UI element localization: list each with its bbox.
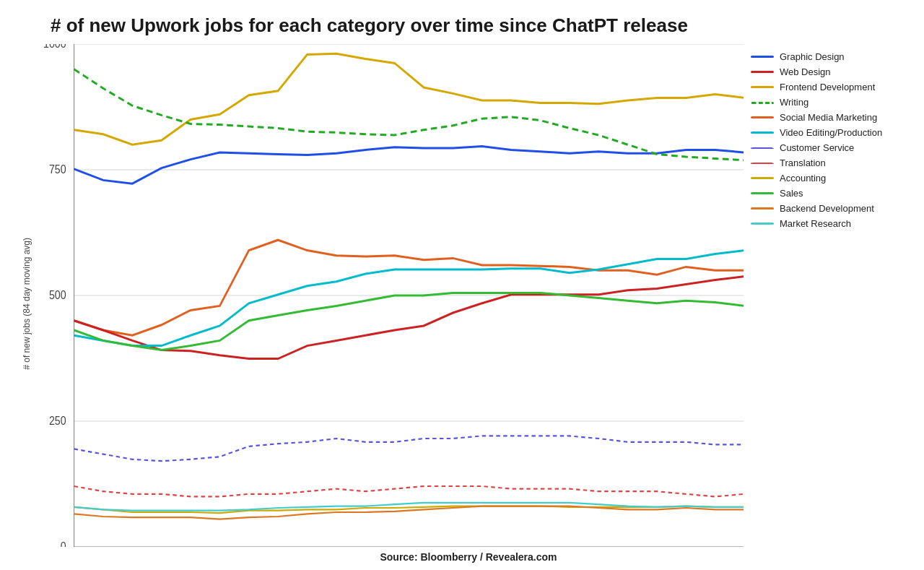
legend-item-graphic-design: Graphic Design <box>751 51 902 62</box>
legend-label: Accounting <box>780 173 826 183</box>
legend-item-social-media: Social Media Marketing <box>751 112 902 123</box>
legend-label: Translation <box>780 157 826 168</box>
legend-label: Graphic Design <box>780 51 845 62</box>
y-axis-label: # of new jobs (84 day moving avg) <box>22 238 32 370</box>
svg-text:0: 0 <box>61 540 66 547</box>
legend-item-translation: Translation <box>751 157 902 168</box>
chart-title: # of new Upwork jobs for each category o… <box>51 14 688 37</box>
chart-legend: Graphic Design Web Design Frontend Devel… <box>744 44 902 547</box>
svg-text:750: 750 <box>49 163 66 176</box>
legend-label: Writing <box>780 97 808 108</box>
legend-label: Web Design <box>780 66 831 77</box>
svg-text:500: 500 <box>49 289 66 301</box>
legend-item-market-research: Market Research <box>751 218 902 229</box>
legend-label: Video Editing/Production <box>780 127 882 138</box>
legend-item-writing: Writing <box>751 97 902 108</box>
svg-text:250: 250 <box>49 415 66 427</box>
legend-label: Customer Service <box>780 142 854 153</box>
legend-label: Market Research <box>780 218 851 229</box>
legend-label: Frontend Development <box>780 82 875 92</box>
legend-item-backend-dev: Backend Development <box>751 203 902 214</box>
source-label: Source: Bloomberry / Revealera.com <box>35 551 902 563</box>
legend-item-web-design: Web Design <box>751 66 902 77</box>
legend-label: Sales <box>780 188 803 199</box>
legend-item-sales: Sales <box>751 188 902 199</box>
legend-label: Backend Development <box>780 203 874 214</box>
legend-item-frontend-dev: Frontend Development <box>751 82 902 92</box>
legend-item-customer-service: Customer Service <box>751 142 902 153</box>
legend-label: Social Media Marketing <box>780 112 877 123</box>
legend-item-video-editing: Video Editing/Production <box>751 127 902 138</box>
svg-text:1000: 1000 <box>43 44 66 50</box>
legend-item-accounting: Accounting <box>751 173 902 183</box>
